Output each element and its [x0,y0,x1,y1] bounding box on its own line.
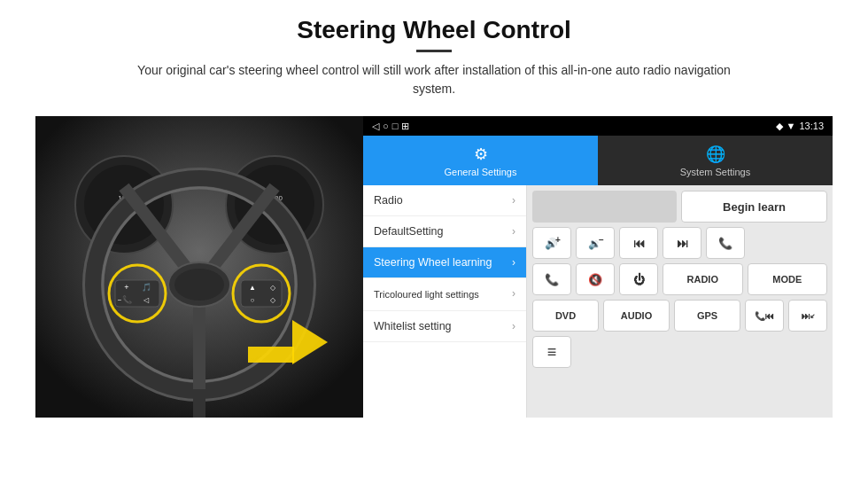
location-icon: ◆ [776,121,783,132]
menu-icon[interactable]: ⊞ [401,121,409,132]
recents-icon[interactable]: □ [392,121,399,131]
svg-text:−: − [599,235,604,245]
page-title: Steering Wheel Control [133,16,735,44]
menu-steering-label: Steering Wheel learning [374,256,492,269]
empty-area [532,191,677,223]
mode-button[interactable]: MODE [748,263,828,295]
menu-tricoloured-label: Tricoloured light settings [374,288,479,301]
time-display: 13:13 [799,121,824,131]
menu-item-radio[interactable]: Radio › [363,185,526,216]
menu-radio-label: Radio [374,194,403,207]
nav-icons: ◁ ○ □ ⊞ [372,121,409,132]
svg-text:◁: ◁ [143,296,150,304]
menu-item-default[interactable]: DefaultSetting › [363,216,526,247]
steering-wheel-image: 100 ● 3000 [35,116,363,418]
content-row: 100 ● 3000 [35,116,833,418]
tab-system[interactable]: 🌐 System Settings [598,136,833,185]
status-right: ◆ ▼ 13:13 [776,121,824,132]
next-track-button[interactable]: ⏭ [663,227,701,259]
status-bar: ◁ ○ □ ⊞ ◆ ▼ 13:13 [363,116,833,136]
title-divider [416,50,452,52]
control-row-4: DVD AUDIO GPS 📞⏮ ⏭↙ [532,300,827,332]
gps-button[interactable]: GPS [674,300,740,332]
phone-button[interactable]: 📞 [706,227,745,259]
call-accept-button[interactable]: 📞 [532,263,571,295]
control-row-3: 📞 🔇 ⏻ RADIO MODE [532,263,827,295]
menu-item-whitelist[interactable]: Whitelist setting › [363,311,526,342]
svg-rect-31 [248,347,294,363]
mute-button[interactable]: 🔇 [576,263,615,295]
prev-track-button[interactable]: ⏮ [619,227,658,259]
phone-prev-button[interactable]: 📞⏮ [745,300,784,332]
chevron-icon: › [512,287,515,301]
svg-text:▲: ▲ [249,284,256,292]
tab-general[interactable]: ⚙ General Settings [363,136,598,185]
tabs-row: ⚙ General Settings 🌐 System Settings [363,136,833,185]
svg-rect-25 [241,280,282,307]
svg-point-16 [174,269,224,301]
page-wrapper: Steering Wheel Control Your original car… [0,0,868,500]
svg-text:○: ○ [251,296,255,304]
chevron-icon: › [512,320,515,332]
control-row-5: ≡ [532,336,827,368]
vol-up-button[interactable]: 🔊+ [532,227,571,259]
chevron-icon: › [512,256,515,269]
title-area: Steering Wheel Control Your original car… [133,16,735,109]
list-icon-button[interactable]: ≡ [532,336,571,368]
menu-item-steering[interactable]: Steering Wheel learning › [363,247,526,278]
menu-whitelist-label: Whitelist setting [374,320,452,332]
control-row-1: Begin learn [532,191,827,223]
globe-icon: 🌐 [706,145,725,164]
chevron-icon: › [512,194,515,207]
power-button[interactable]: ⏻ [619,263,658,295]
audio-button[interactable]: AUDIO [603,300,670,332]
back-icon[interactable]: ◁ [372,121,379,132]
menu-default-label: DefaultSetting [374,225,444,238]
tab-system-label: System Settings [680,167,750,177]
svg-rect-32 [193,389,205,418]
svg-text:📞: 📞 [122,294,133,305]
tab-general-label: General Settings [445,167,517,177]
dvd-button[interactable]: DVD [532,300,599,332]
chevron-icon: › [512,225,515,238]
svg-text:◇: ◇ [270,284,276,292]
begin-learn-button[interactable]: Begin learn [681,191,827,223]
svg-text:◇: ◇ [270,296,276,304]
skip-button[interactable]: ⏭↙ [788,300,827,332]
android-panel: ◁ ○ □ ⊞ ◆ ▼ 13:13 ⚙ General Settings [363,116,833,418]
signal-icon: ▼ [787,121,796,131]
gear-icon: ⚙ [474,145,488,164]
radio-button[interactable]: RADIO [663,263,743,295]
control-panel: Begin learn 🔊+ 🔉− ⏮ ⏭ 📞 [527,185,833,418]
menu-panel: Radio › DefaultSetting › Steering Wheel … [363,185,527,418]
menu-item-tricoloured[interactable]: Tricoloured light settings › [363,278,526,311]
main-content: Radio › DefaultSetting › Steering Wheel … [363,185,833,418]
svg-text:+: + [555,235,561,245]
svg-text:🎵: 🎵 [142,282,152,293]
control-row-2: 🔊+ 🔉− ⏮ ⏭ 📞 [532,227,827,259]
svg-text:+: + [124,283,128,292]
home-icon[interactable]: ○ [383,121,389,131]
steering-bg: 100 ● 3000 [35,116,363,418]
vol-down-button[interactable]: 🔉− [576,227,615,259]
page-subtitle: Your original car's steering wheel contr… [133,61,735,98]
